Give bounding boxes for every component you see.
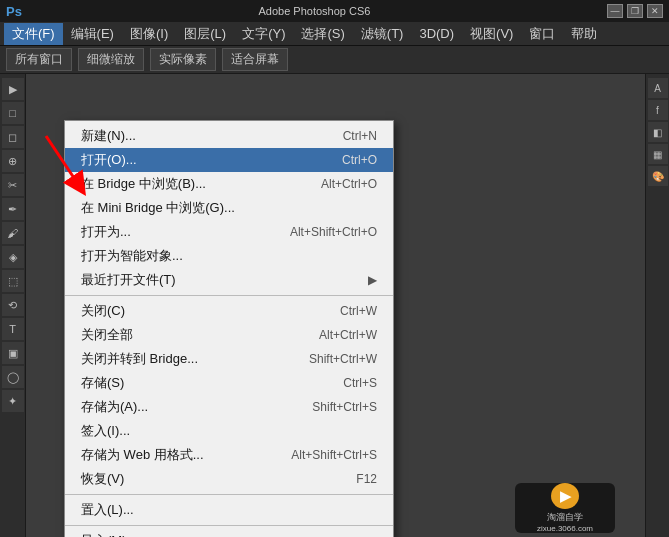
toolbar-btn[interactable]: 适合屏幕 — [222, 48, 288, 71]
menu-entry-10[interactable]: 关闭并转到 Bridge...Shift+Ctrl+W — [65, 347, 393, 371]
menu-entry-17[interactable]: 置入(L)... — [65, 498, 393, 522]
menu-item-view[interactable]: 视图(V) — [462, 23, 521, 45]
close-button[interactable]: ✕ — [647, 4, 663, 18]
menu-entry-label: 打开(O)... — [81, 151, 137, 169]
menu-separator-7 — [65, 295, 393, 296]
menu-entry-shortcut: Shift+Ctrl+S — [312, 400, 377, 414]
menu-item-select[interactable]: 选择(S) — [293, 23, 352, 45]
canvas-area: 新建(N)...Ctrl+N打开(O)...Ctrl+O在 Bridge 中浏览… — [26, 74, 645, 537]
menu-separator-18 — [65, 525, 393, 526]
restore-button[interactable]: ❐ — [627, 4, 643, 18]
menu-entry-label: 打开为... — [81, 223, 131, 241]
tool-icon-0[interactable]: ▶ — [2, 78, 24, 100]
menu-entry-label: 导入(M) — [81, 532, 127, 537]
submenu-arrow-icon: ▶ — [368, 273, 377, 287]
right-icon-3[interactable]: ▦ — [648, 144, 668, 164]
menu-bar: 文件(F)编辑(E)图像(I)图层(L)文字(Y)选择(S)滤镜(T)3D(D)… — [0, 22, 669, 46]
title-bar-controls: — ❐ ✕ — [607, 4, 663, 18]
right-icon-2[interactable]: ◧ — [648, 122, 668, 142]
menu-entry-9[interactable]: 关闭全部Alt+Ctrl+W — [65, 323, 393, 347]
menu-entry-label: 恢复(V) — [81, 470, 124, 488]
menu-entry-label: 打开为智能对象... — [81, 247, 183, 265]
menu-entry-6[interactable]: 最近打开文件(T)▶ — [65, 268, 393, 292]
menu-item-text[interactable]: 文字(Y) — [234, 23, 293, 45]
menu-entry-shortcut: Alt+Ctrl+O — [321, 177, 377, 191]
menu-entry-label: 关闭并转到 Bridge... — [81, 350, 198, 368]
menu-entry-19[interactable]: 导入(M)▶ — [65, 529, 393, 537]
file-menu-dropdown: 新建(N)...Ctrl+N打开(O)...Ctrl+O在 Bridge 中浏览… — [64, 120, 394, 537]
menu-entry-shortcut: F12 — [356, 472, 377, 486]
menu-entry-4[interactable]: 打开为...Alt+Shift+Ctrl+O — [65, 220, 393, 244]
menu-entry-label: 关闭全部 — [81, 326, 133, 344]
right-icon-1[interactable]: f — [648, 100, 668, 120]
menu-entry-shortcut: Ctrl+W — [340, 304, 377, 318]
menu-entry-8[interactable]: 关闭(C)Ctrl+W — [65, 299, 393, 323]
watermark-play-icon: ▶ — [560, 488, 571, 504]
tool-icon-2[interactable]: ◻ — [2, 126, 24, 148]
tool-icon-4[interactable]: ✂ — [2, 174, 24, 196]
menu-item-file[interactable]: 文件(F) — [4, 23, 63, 45]
tool-icon-12[interactable]: ◯ — [2, 366, 24, 388]
right-icon-4[interactable]: 🎨 — [648, 166, 668, 186]
tool-icon-3[interactable]: ⊕ — [2, 150, 24, 172]
right-icon-0[interactable]: A — [648, 78, 668, 98]
menu-separator-16 — [65, 494, 393, 495]
menu-entry-shortcut: Shift+Ctrl+W — [309, 352, 377, 366]
main-layout: ▶□◻⊕✂✒🖌◈⬚⟲T▣◯✦ 新建(N)...Ctrl+N打开(O)...Ctr… — [0, 74, 669, 537]
ps-icon: Ps — [6, 4, 22, 19]
menu-entry-label: 存储为 Web 用格式... — [81, 446, 204, 464]
tool-icon-6[interactable]: 🖌 — [2, 222, 24, 244]
menu-item-help[interactable]: 帮助 — [563, 23, 605, 45]
menu-entry-shortcut: Alt+Shift+Ctrl+S — [291, 448, 377, 462]
title-bar-title: Adobe Photoshop CS6 — [22, 5, 607, 17]
menu-item-edit[interactable]: 编辑(E) — [63, 23, 122, 45]
right-panel: Af◧▦🎨 — [645, 74, 669, 537]
menu-item-filter[interactable]: 滤镜(T) — [353, 23, 412, 45]
toolbar-btn[interactable]: 实际像素 — [150, 48, 216, 71]
menu-entry-13[interactable]: 签入(I)... — [65, 419, 393, 443]
menu-entry-12[interactable]: 存储为(A)...Shift+Ctrl+S — [65, 395, 393, 419]
tool-icon-8[interactable]: ⬚ — [2, 270, 24, 292]
menu-entry-3[interactable]: 在 Mini Bridge 中浏览(G)... — [65, 196, 393, 220]
menu-entry-0[interactable]: 新建(N)...Ctrl+N — [65, 124, 393, 148]
tool-icon-7[interactable]: ◈ — [2, 246, 24, 268]
menu-item-layer[interactable]: 图层(L) — [176, 23, 234, 45]
left-toolbox: ▶□◻⊕✂✒🖌◈⬚⟲T▣◯✦ — [0, 74, 26, 537]
tool-icon-5[interactable]: ✒ — [2, 198, 24, 220]
menu-entry-shortcut: Alt+Shift+Ctrl+O — [290, 225, 377, 239]
tool-icon-9[interactable]: ⟲ — [2, 294, 24, 316]
title-bar: Ps Adobe Photoshop CS6 — ❐ ✕ — [0, 0, 669, 22]
watermark: ▶ 淘溜自学 zixue.3066.com — [515, 483, 615, 533]
menu-entry-label: 存储(S) — [81, 374, 124, 392]
menu-entry-15[interactable]: 恢复(V)F12 — [65, 467, 393, 491]
menu-entry-shortcut: ▶ — [368, 273, 377, 287]
watermark-logo: ▶ — [551, 483, 579, 509]
menu-entry-shortcut: Ctrl+N — [343, 129, 377, 143]
menu-entry-shortcut: Alt+Ctrl+W — [319, 328, 377, 342]
toolbar: 所有窗口细微缩放实际像素适合屏幕 — [0, 46, 669, 74]
menu-entry-5[interactable]: 打开为智能对象... — [65, 244, 393, 268]
tool-icon-11[interactable]: ▣ — [2, 342, 24, 364]
menu-entry-label: 在 Mini Bridge 中浏览(G)... — [81, 199, 235, 217]
menu-item-window[interactable]: 窗口 — [521, 23, 563, 45]
tool-icon-10[interactable]: T — [2, 318, 24, 340]
menu-entry-label: 签入(I)... — [81, 422, 130, 440]
menu-entry-shortcut: Ctrl+S — [343, 376, 377, 390]
menu-entry-label: 存储为(A)... — [81, 398, 148, 416]
menu-item-image[interactable]: 图像(I) — [122, 23, 176, 45]
menu-item-3d[interactable]: 3D(D) — [411, 24, 462, 43]
menu-entry-1[interactable]: 打开(O)...Ctrl+O — [65, 148, 393, 172]
menu-entry-label: 在 Bridge 中浏览(B)... — [81, 175, 206, 193]
toolbar-btn[interactable]: 所有窗口 — [6, 48, 72, 71]
menu-entry-label: 置入(L)... — [81, 501, 134, 519]
menu-entry-11[interactable]: 存储(S)Ctrl+S — [65, 371, 393, 395]
watermark-text: 淘溜自学 zixue.3066.com — [537, 511, 593, 533]
menu-entry-label: 关闭(C) — [81, 302, 125, 320]
tool-icon-1[interactable]: □ — [2, 102, 24, 124]
menu-entry-label: 最近打开文件(T) — [81, 271, 176, 289]
tool-icon-13[interactable]: ✦ — [2, 390, 24, 412]
toolbar-btn[interactable]: 细微缩放 — [78, 48, 144, 71]
menu-entry-2[interactable]: 在 Bridge 中浏览(B)...Alt+Ctrl+O — [65, 172, 393, 196]
minimize-button[interactable]: — — [607, 4, 623, 18]
menu-entry-14[interactable]: 存储为 Web 用格式...Alt+Shift+Ctrl+S — [65, 443, 393, 467]
